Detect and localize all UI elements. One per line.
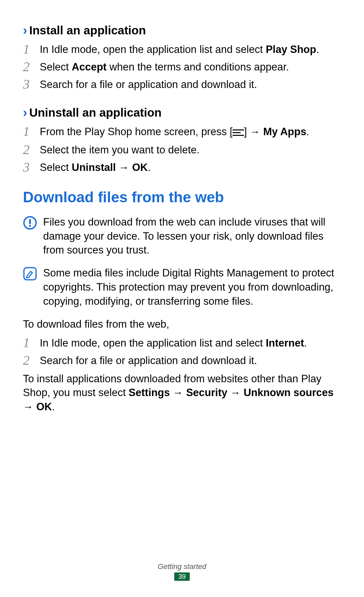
warning-text: Files you download from the web can incl… [43, 215, 341, 258]
page-number-badge: 39 [174, 572, 190, 581]
step-number: 2 [23, 142, 38, 157]
install-heading: › Install an application [23, 24, 341, 37]
text-run: when the terms and conditions appear. [107, 61, 289, 73]
menu-icon [233, 125, 244, 140]
text-run: Select [40, 161, 72, 173]
text-run: → [116, 161, 132, 173]
download-trailing-text: To install applications downloaded from … [23, 372, 341, 414]
step-number: 1 [23, 335, 38, 350]
svg-rect-1 [233, 132, 241, 133]
step-text: In Idle mode, open the application list … [40, 42, 341, 57]
step-number: 1 [23, 124, 38, 139]
list-item: 2 Select the item you want to delete. [23, 142, 341, 157]
step-number: 3 [23, 160, 38, 175]
bold-run: Security [186, 387, 227, 398]
list-item: 2 Search for a file or application and d… [23, 353, 341, 368]
step-number: 2 [23, 59, 38, 74]
list-item: 2 Select Accept when the terms and condi… [23, 59, 341, 74]
download-intro: To download files from the web, [23, 317, 341, 331]
install-steps: 1 In Idle mode, open the application lis… [23, 42, 341, 92]
text-run: In Idle mode, open the application list … [40, 43, 266, 55]
text-run: . [316, 43, 319, 55]
svg-rect-4 [29, 219, 31, 224]
step-text: Search for a file or application and dow… [40, 77, 341, 92]
svg-point-5 [29, 225, 31, 227]
step-text: Select Uninstall → OK. [40, 160, 341, 175]
bold-run: My Apps [263, 126, 306, 138]
step-number: 1 [23, 42, 38, 57]
text-run: . [148, 161, 151, 173]
page-footer: Getting started 39 [0, 562, 364, 581]
note-text: Some media files include Digital Rights … [43, 266, 341, 308]
step-number: 3 [23, 77, 38, 92]
step-text: Select the item you want to delete. [40, 142, 341, 157]
list-item: 1 From the Play Shop home screen, press … [23, 124, 341, 140]
text-run: . [306, 126, 309, 138]
bold-run: Settings [129, 387, 170, 398]
bold-run: Accept [72, 61, 107, 73]
svg-rect-2 [233, 135, 244, 136]
bold-run: OK [132, 161, 148, 173]
chevron-right-icon: › [23, 106, 27, 119]
note-icon [23, 267, 37, 285]
text-run: Select [40, 61, 72, 73]
svg-rect-6 [24, 268, 36, 280]
step-text: From the Play Shop home screen, press []… [40, 124, 341, 140]
bold-run: Internet [266, 337, 304, 349]
footer-section-label: Getting started [0, 562, 364, 571]
text-run: → [23, 401, 36, 413]
text-run: → [227, 387, 243, 398]
svg-rect-0 [233, 129, 244, 130]
download-steps: 1 In Idle mode, open the application lis… [23, 335, 341, 368]
bold-run: Play Shop [266, 43, 316, 55]
list-item: 1 In Idle mode, open the application lis… [23, 42, 341, 57]
step-text: Select Accept when the terms and conditi… [40, 59, 341, 74]
text-run: . [52, 401, 55, 413]
list-item: 1 In Idle mode, open the application lis… [23, 335, 341, 350]
step-text: Search for a file or application and dow… [40, 353, 341, 368]
list-item: 3 Search for a file or application and d… [23, 77, 341, 92]
download-heading: Download files from the web [23, 189, 341, 206]
warning-block: Files you download from the web can incl… [23, 215, 341, 258]
step-number: 2 [23, 353, 38, 368]
bold-run: OK [36, 401, 52, 413]
warning-icon [23, 216, 37, 234]
chevron-right-icon: › [23, 24, 27, 37]
bold-run: Unknown sources [244, 387, 334, 398]
uninstall-steps: 1 From the Play Shop home screen, press … [23, 124, 341, 175]
list-item: 3 Select Uninstall → OK. [23, 160, 341, 175]
step-text: In Idle mode, open the application list … [40, 335, 341, 350]
text-run: . [304, 337, 307, 349]
note-block: Some media files include Digital Rights … [23, 266, 341, 308]
uninstall-heading-text: Uninstall an application [29, 106, 162, 119]
text-run: → [170, 387, 186, 398]
text-run: ] → [244, 126, 263, 138]
uninstall-heading: › Uninstall an application [23, 106, 341, 119]
text-run: From the Play Shop home screen, press [ [40, 126, 233, 138]
bold-run: Uninstall [72, 161, 116, 173]
text-run: In Idle mode, open the application list … [40, 337, 266, 349]
install-heading-text: Install an application [29, 24, 146, 37]
